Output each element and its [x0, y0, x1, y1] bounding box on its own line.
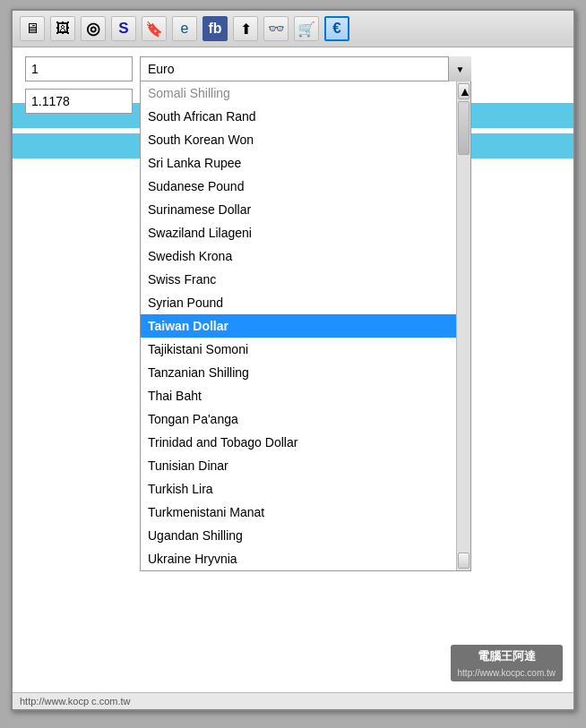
share-icon[interactable]: ⬆ — [233, 16, 258, 41]
url-bar: http://www.kocp c.com.tw — [13, 692, 573, 709]
page-content: 1 Euro ▼ Somali Shilling South African R… — [13, 47, 573, 692]
list-item[interactable]: Turkmenistani Manat — [141, 501, 456, 524]
list-item[interactable]: Tanzanian Shilling — [141, 361, 456, 384]
scrollbar-up-arrow[interactable]: ▲ — [458, 83, 470, 99]
list-item[interactable]: Thai Baht — [141, 384, 456, 407]
list-item[interactable]: Turkish Lira — [141, 477, 456, 501]
list-item[interactable]: Surinamese Dollar — [141, 198, 456, 221]
currency-select-wrapper: Euro ▼ Somali Shilling South African Ran… — [140, 56, 471, 81]
scrollbar-down-arrow[interactable] — [458, 552, 470, 569]
image-icon[interactable]: 🖼 — [50, 16, 75, 41]
window-frame: 🖥 🖼 ◎ S 🔖 e fb ⬆ 👓 🛒 € 1 Euro ▼ — [11, 9, 575, 711]
list-item[interactable]: Sri Lanka Rupee — [141, 151, 456, 175]
list-item[interactable]: Swedish Krona — [141, 244, 456, 268]
bookmark-icon[interactable]: 🔖 — [142, 16, 167, 41]
input-area: 1 Euro ▼ Somali Shilling South African R… — [13, 47, 573, 114]
watermark: 電腦王阿達 http://www.kocpc.com.tw — [451, 645, 563, 681]
currency-dropdown-list: Somali Shilling South African Rand South… — [140, 81, 471, 571]
list-item[interactable]: Trinidad and Tobago Dollar — [141, 431, 456, 454]
list-item[interactable]: Sudanese Pound — [141, 175, 456, 198]
result-input[interactable]: 1.1178 — [25, 89, 133, 114]
dropdown-arrow-icon[interactable]: ▼ — [448, 56, 471, 81]
list-item[interactable]: Tongan Pa'anga — [141, 407, 456, 431]
s-icon[interactable]: S — [111, 16, 136, 41]
currency-select-display[interactable]: Euro — [140, 56, 471, 81]
scrollbar-thumb[interactable] — [458, 101, 470, 155]
fb-icon[interactable]: fb — [203, 16, 228, 41]
watermark-url: http://www.kocpc.com.tw — [458, 668, 556, 678]
url-label: http://www.kocp c.com.tw — [20, 696, 130, 707]
list-item[interactable]: Ukraine Hryvnia — [141, 547, 456, 570]
e-icon[interactable]: e — [172, 16, 197, 41]
list-item[interactable]: Swaziland Lilageni — [141, 221, 456, 244]
input-row-1: 1 Euro ▼ Somali Shilling South African R… — [25, 56, 561, 81]
list-item[interactable]: Syrian Pound — [141, 291, 456, 314]
amount-input[interactable]: 1 — [25, 56, 133, 81]
monitor-icon[interactable]: 🖥 — [20, 16, 45, 41]
toolbar: 🖥 🖼 ◎ S 🔖 e fb ⬆ 👓 🛒 € — [13, 11, 573, 47]
glasses-icon[interactable]: 👓 — [263, 16, 289, 41]
list-item[interactable]: Somali Shilling — [141, 81, 456, 105]
watermark-site-name: 電腦王阿達 — [478, 648, 536, 664]
list-item[interactable]: Swiss Franc — [141, 268, 456, 291]
selected-currency-label: Euro — [148, 62, 175, 76]
list-item-selected[interactable]: Taiwan Dollar — [141, 314, 456, 338]
scrollbar-track[interactable]: ▲ — [456, 81, 470, 570]
euro-icon[interactable]: € — [324, 16, 349, 41]
list-item[interactable]: South Korean Won — [141, 128, 456, 151]
list-item[interactable]: South African Rand — [141, 105, 456, 128]
list-item[interactable]: Ugandan Shilling — [141, 524, 456, 547]
target-icon[interactable]: ◎ — [81, 16, 106, 41]
list-item[interactable]: Tunisian Dinar — [141, 454, 456, 477]
cart-icon[interactable]: 🛒 — [294, 16, 319, 41]
list-item[interactable]: Tajikistani Somoni — [141, 338, 456, 361]
